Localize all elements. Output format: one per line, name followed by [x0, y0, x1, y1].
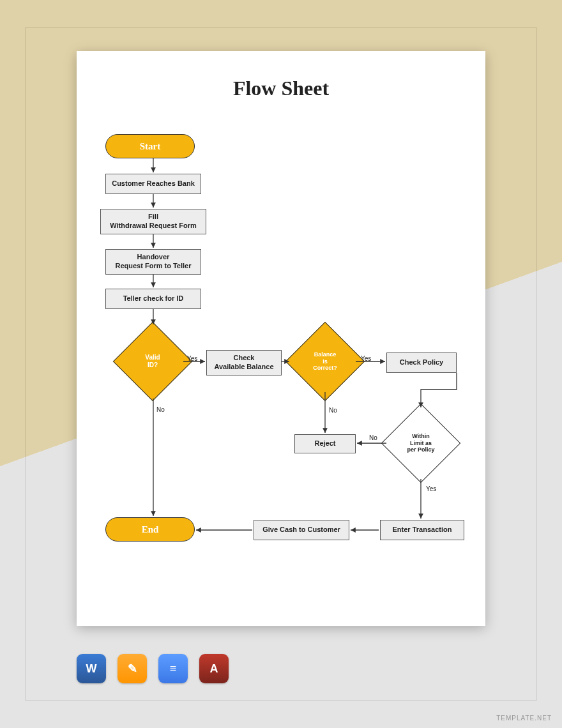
- node-enter-transaction: Enter Transaction: [380, 520, 464, 540]
- decision-label: Balance is Correct?: [297, 351, 353, 372]
- label-no: No: [329, 407, 337, 414]
- icon-label: ✎: [128, 662, 137, 676]
- page-title: Flow Sheet: [77, 51, 485, 100]
- format-icons-row: W ✎ ≡ A: [77, 654, 229, 683]
- node-label: Teller check for ID: [123, 294, 184, 303]
- icon-label: A: [210, 662, 218, 676]
- node-label: Enter Transaction: [393, 526, 452, 535]
- node-check-policy: Check Policy: [386, 353, 457, 373]
- label-yes: Yes: [187, 355, 197, 362]
- node-reject: Reject: [294, 434, 356, 453]
- node-customer-reaches-bank: Customer Reaches Bank: [105, 174, 201, 194]
- node-end: End: [105, 517, 195, 542]
- decision-label: Within Limit as per Policy: [393, 433, 449, 453]
- node-label: Handover Request Form to Teller: [116, 253, 192, 271]
- pages-icon[interactable]: ✎: [118, 654, 147, 683]
- decision-valid-id: Valid ID?: [125, 333, 181, 390]
- label-yes: Yes: [426, 485, 436, 492]
- icon-label: ≡: [170, 662, 177, 676]
- node-teller-check-id: Teller check for ID: [105, 289, 201, 309]
- decision-within-limit: Within Limit as per Policy: [393, 415, 449, 471]
- node-handover: Handover Request Form to Teller: [105, 249, 201, 275]
- node-label: Reject: [314, 439, 335, 448]
- pdf-icon[interactable]: A: [199, 654, 229, 683]
- node-label: Fill Withdrawal Request Form: [110, 213, 197, 231]
- node-label: Check Available Balance: [214, 354, 273, 372]
- node-end-label: End: [142, 524, 159, 536]
- node-check-balance: Check Available Balance: [206, 350, 282, 375]
- flowchart: Start Customer Reaches Bank Fill Withdra…: [93, 134, 476, 613]
- node-give-cash: Give Cash to Customer: [254, 520, 349, 540]
- label-no: No: [369, 434, 377, 441]
- node-label: Check Policy: [400, 358, 443, 367]
- node-start: Start: [105, 134, 195, 158]
- gdoc-icon[interactable]: ≡: [158, 654, 188, 683]
- watermark: TEMPLATE.NET: [496, 715, 552, 722]
- word-icon[interactable]: W: [77, 654, 106, 683]
- node-fill-withdrawal: Fill Withdrawal Request Form: [100, 209, 206, 234]
- decision-label: Valid ID?: [125, 354, 181, 369]
- node-label: Give Cash to Customer: [262, 526, 340, 535]
- decision-balance-correct: Balance is Correct?: [297, 333, 353, 390]
- label-yes: Yes: [361, 355, 371, 362]
- icon-label: W: [86, 662, 97, 676]
- label-no: No: [156, 406, 165, 413]
- document-page: Flow Sheet Start Customer Reaches Bank F…: [77, 51, 485, 626]
- node-start-label: Start: [140, 140, 161, 153]
- node-label: Customer Reaches Bank: [112, 179, 195, 188]
